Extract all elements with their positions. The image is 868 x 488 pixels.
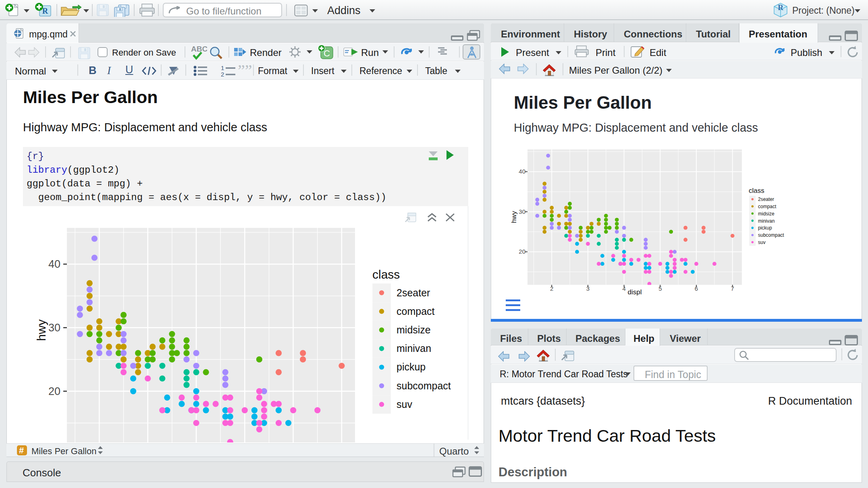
svg-text:4: 4 — [622, 285, 625, 292]
svg-text:subcompact: subcompact — [758, 232, 784, 238]
svg-text:20: 20 — [519, 248, 525, 255]
svg-text:7: 7 — [731, 285, 734, 292]
svg-text:class: class — [749, 187, 764, 194]
svg-text:5: 5 — [658, 285, 662, 292]
svg-text:2: 2 — [550, 285, 553, 292]
svg-text:compact: compact — [758, 204, 777, 209]
svg-text:3: 3 — [586, 285, 590, 292]
svg-text:2seater: 2seater — [758, 196, 774, 202]
svg-text:suv: suv — [758, 240, 766, 245]
svg-text:hwy: hwy — [510, 211, 518, 223]
svg-text:midsize: midsize — [758, 211, 775, 217]
svg-text:displ: displ — [628, 288, 642, 296]
svg-text:30: 30 — [519, 208, 525, 215]
svg-text:40: 40 — [519, 168, 525, 175]
svg-text:minivan: minivan — [758, 218, 775, 224]
svg-text:6: 6 — [695, 285, 698, 292]
svg-text:pickup: pickup — [758, 225, 772, 231]
